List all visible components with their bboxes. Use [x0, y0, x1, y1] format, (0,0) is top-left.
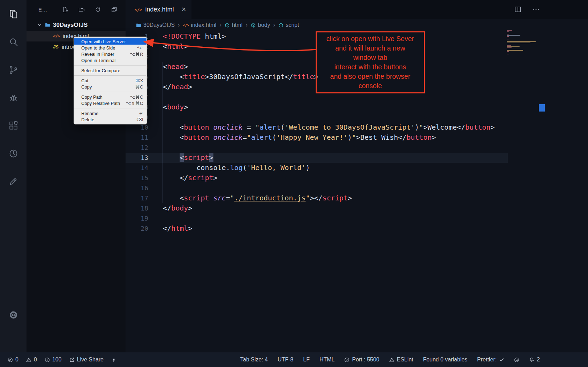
menu-item-select-for-compare[interactable]: Select for Compare [74, 67, 146, 74]
breadcrumb: 30DaysOfJS›</>index.html›html›body›scrip… [126, 19, 588, 31]
menu-item-reveal-in-finder[interactable]: Reveal in Finder⌥⌘R [74, 51, 146, 57]
code-line-16[interactable]: 16 [126, 183, 508, 193]
js-file-icon: JS [53, 44, 59, 49]
activity-explorer[interactable] [0, 0, 27, 28]
line-text: <body> [150, 102, 188, 112]
check-icon [499, 357, 504, 362]
status-0[interactable]: 0 [8, 357, 18, 363]
search-icon [8, 37, 18, 47]
activity-source-control[interactable] [0, 56, 27, 84]
code-line-8[interactable]: 8<body> [126, 102, 508, 112]
status-bolt[interactable] [111, 357, 116, 362]
menu-item-copy-relative-path[interactable]: Copy Relative Path⌥⇧⌘C [74, 100, 146, 106]
minimap-line [507, 46, 520, 47]
line-text: <script> [150, 153, 213, 163]
new-folder-icon[interactable] [78, 7, 84, 13]
status-eslint[interactable]: ESLint [389, 357, 413, 363]
minimap-line [507, 30, 512, 31]
menu-separator [74, 108, 146, 108]
breadcrumb-index-html[interactable]: </>index.html [183, 22, 216, 28]
line-text: <!DOCTYPE html> [150, 31, 226, 41]
menu-item-open-to-the-side[interactable]: Open to the Side^↵ [74, 45, 146, 51]
bolt-icon [111, 357, 116, 362]
menu-item-cut[interactable]: Cut⌘X [74, 77, 146, 84]
code-line-18[interactable]: 18</body> [126, 203, 508, 213]
extensions-icon [8, 121, 18, 131]
source-control-icon [8, 65, 18, 75]
new-file-icon[interactable] [62, 7, 68, 13]
bell-icon [529, 357, 534, 362]
menu-item-delete[interactable]: Delete⌫ [74, 116, 146, 123]
symbol-icon [225, 23, 230, 28]
code-line-15[interactable]: 15 </script> [126, 173, 508, 183]
status-0[interactable]: 0 [26, 357, 37, 363]
status-tab-size-4[interactable]: Tab Size: 4 [240, 357, 268, 363]
status-bar-left: 00100Live Share [8, 357, 116, 363]
menu-item-copy-path[interactable]: Copy Path⌥⌘C [74, 94, 146, 100]
minimap[interactable] [507, 30, 539, 55]
line-text [150, 92, 163, 102]
line-text: <html> [150, 41, 188, 52]
status-prettier[interactable]: Prettier: [477, 357, 504, 363]
code-line-12[interactable]: 12 [126, 143, 508, 153]
status-utf-8[interactable]: UTF-8 [278, 357, 293, 363]
breadcrumb-script[interactable]: script [278, 22, 299, 28]
breadcrumb-30daysofjs[interactable]: 30DaysOfJS [136, 22, 175, 28]
activity-bar-top [0, 0, 27, 195]
collapse-all-icon[interactable] [111, 7, 117, 13]
line-number: 11 [126, 132, 150, 143]
status-found-0-variables[interactable]: Found 0 variables [423, 357, 467, 363]
menu-item-open-with-live-server[interactable]: Open with Live Server [74, 38, 146, 45]
status-lf[interactable]: LF [303, 357, 310, 363]
code-line-10[interactable]: 10 <button onclick = "alert('Welcome to … [126, 122, 508, 132]
menu-separator [74, 65, 146, 66]
code-line-13[interactable]: 13 <script> [126, 153, 508, 163]
code-line-7[interactable]: 7 [126, 92, 508, 102]
status-port-5500[interactable]: Port : 5500 [344, 357, 379, 363]
line-text: <button onclick = "alert('Welcome to 30D… [150, 122, 495, 132]
tab-index-html[interactable]: </>index.html× [126, 0, 191, 19]
code-line-9[interactable]: 9 [126, 112, 508, 122]
activity-clock[interactable] [0, 139, 27, 167]
breadcrumb-body[interactable]: body [251, 22, 270, 28]
code-line-11[interactable]: 11 <button onclick="alert('Happy New Yea… [126, 132, 508, 143]
split-editor-icon[interactable] [514, 6, 522, 13]
line-number: 13 [126, 153, 150, 163]
activity-search[interactable] [0, 28, 27, 56]
activity-run-debug[interactable] [0, 84, 27, 112]
line-number: 18 [126, 203, 150, 213]
explorer-header-actions [62, 7, 117, 13]
line-text [150, 183, 163, 193]
activity-pen[interactable] [0, 167, 27, 195]
menu-item-open-in-terminal[interactable]: Open in Terminal [74, 57, 146, 63]
html-file-icon: </> [183, 23, 189, 28]
line-text: </head> [150, 82, 192, 92]
code-line-20[interactable]: 20</html> [126, 223, 508, 234]
menu-item-copy[interactable]: Copy⌘C [74, 84, 146, 90]
status-live-share[interactable]: Live Share [69, 357, 104, 363]
status-html[interactable]: HTML [319, 357, 335, 363]
code-line-19[interactable]: 19 [126, 213, 508, 223]
code-line-14[interactable]: 14 console.log('Hello, World') [126, 163, 508, 173]
activity-settings[interactable] [0, 301, 27, 329]
clock-icon [8, 148, 18, 159]
folder-row-30daysofjs[interactable]: 30DaysOfJS [27, 19, 126, 31]
line-text: </script> [150, 173, 218, 183]
status-2[interactable]: 2 [529, 357, 540, 363]
line-text: </html> [150, 223, 192, 234]
status-bar-right: Tab Size: 4UTF-8LFHTMLPort : 5500ESLintF… [240, 357, 540, 363]
menu-item-rename[interactable]: Rename↵ [74, 110, 146, 116]
activity-extensions[interactable] [0, 112, 27, 139]
breadcrumb-html[interactable]: html [225, 22, 242, 28]
minimap-line [507, 45, 511, 46]
status-100[interactable]: 100 [45, 357, 62, 363]
status-smiley[interactable] [514, 357, 519, 362]
more-actions-icon[interactable] [532, 6, 540, 13]
run-debug-icon [8, 93, 18, 103]
refresh-icon[interactable] [95, 7, 101, 13]
close-tab-icon[interactable]: × [182, 6, 186, 13]
code-line-17[interactable]: 17 <script src="./introduction.js"></scr… [126, 193, 508, 203]
warning-icon [389, 357, 394, 362]
line-number: 14 [126, 163, 150, 173]
minimap-line [507, 34, 509, 35]
